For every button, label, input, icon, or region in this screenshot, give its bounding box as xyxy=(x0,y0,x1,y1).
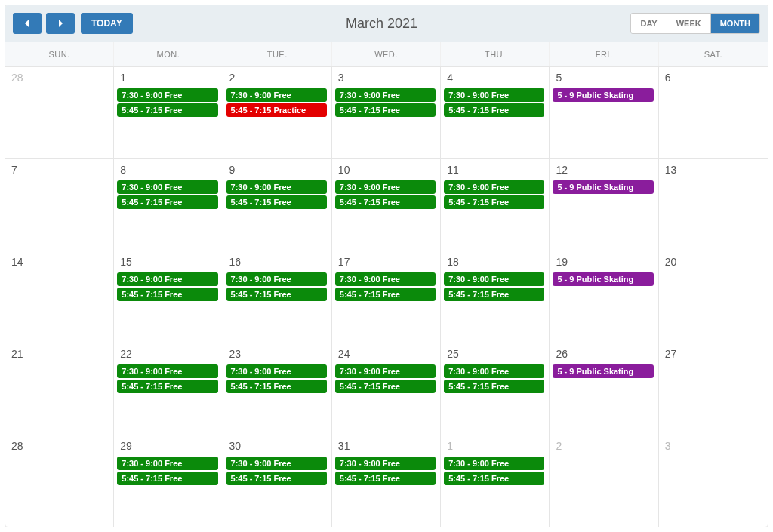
calendar-cell[interactable]: 307:30 - 9:00 Free5:45 - 7:15 Free xyxy=(223,435,332,527)
calendar-cell[interactable]: 7 xyxy=(5,158,114,251)
calendar-cell[interactable]: 117:30 - 9:00 Free5:45 - 7:15 Free xyxy=(441,158,550,251)
calendar-cell[interactable]: 247:30 - 9:00 Free5:45 - 7:15 Free xyxy=(332,343,441,435)
calendar-cell[interactable]: 13 xyxy=(659,158,768,251)
calendar-cell[interactable]: 17:30 - 9:00 Free5:45 - 7:15 Free xyxy=(114,66,223,158)
day-number: 1 xyxy=(115,70,220,87)
view-month-button[interactable]: MONTH xyxy=(711,14,759,33)
calendar-event[interactable]: 5:45 - 7:15 Free xyxy=(226,472,327,485)
calendar-event[interactable]: 7:30 - 9:00 Free xyxy=(335,180,436,194)
day-number: 27 xyxy=(661,346,766,363)
day-number: 28 xyxy=(7,70,112,87)
calendar-cell[interactable]: 14 xyxy=(5,251,114,343)
calendar-cell[interactable]: 317:30 - 9:00 Free5:45 - 7:15 Free xyxy=(332,435,441,527)
calendar-cell[interactable]: 157:30 - 9:00 Free5:45 - 7:15 Free xyxy=(114,251,223,343)
calendar-event[interactable]: 5:45 - 7:15 Free xyxy=(444,380,544,393)
calendar-event[interactable]: 5:45 - 7:15 Free xyxy=(226,288,327,301)
calendar-event[interactable]: 5:45 - 7:15 Free xyxy=(117,380,217,393)
calendar-event[interactable]: 7:30 - 9:00 Free xyxy=(117,88,217,102)
day-number: 3 xyxy=(334,70,439,87)
calendar-event[interactable]: 7:30 - 9:00 Free xyxy=(226,364,327,378)
day-number: 5 xyxy=(551,70,656,87)
calendar-event[interactable]: 5:45 - 7:15 Free xyxy=(444,472,544,485)
calendar-cell[interactable]: 27:30 - 9:00 Free5:45 - 7:15 Practice xyxy=(223,66,332,158)
day-number: 31 xyxy=(334,438,439,455)
next-button[interactable] xyxy=(46,13,75,34)
prev-button[interactable] xyxy=(13,13,42,34)
calendar-event[interactable]: 7:30 - 9:00 Free xyxy=(335,364,436,378)
calendar-event[interactable]: 5:45 - 7:15 Free xyxy=(444,288,544,301)
calendar-cell[interactable]: 265 - 9 Public Skating xyxy=(550,343,658,435)
calendar-cell[interactable]: 6 xyxy=(659,66,768,158)
calendar-event[interactable]: 7:30 - 9:00 Free xyxy=(444,457,544,470)
day-number: 21 xyxy=(7,346,112,363)
calendar-cell[interactable]: 107:30 - 9:00 Free5:45 - 7:15 Free xyxy=(332,158,441,251)
calendar-cell[interactable]: 27 xyxy=(659,343,768,435)
calendar-cell[interactable]: 55 - 9 Public Skating xyxy=(550,66,658,158)
calendar-cell[interactable]: 47:30 - 9:00 Free5:45 - 7:15 Free xyxy=(441,66,550,158)
calendar-event[interactable]: 7:30 - 9:00 Free xyxy=(226,457,327,470)
calendar-event[interactable]: 5:45 - 7:15 Free xyxy=(335,103,436,117)
calendar-cell[interactable]: 3 xyxy=(659,435,768,527)
day-number: 24 xyxy=(334,346,439,363)
calendar-event[interactable]: 7:30 - 9:00 Free xyxy=(226,88,327,102)
calendar-event[interactable]: 7:30 - 9:00 Free xyxy=(444,180,544,194)
today-button[interactable]: TODAY xyxy=(81,13,133,34)
calendar-event[interactable]: 5:45 - 7:15 Free xyxy=(117,472,217,485)
view-day-button[interactable]: DAY xyxy=(631,14,667,33)
calendar-cell[interactable]: 21 xyxy=(5,343,114,435)
calendar-event[interactable]: 5:45 - 7:15 Free xyxy=(335,288,436,301)
calendar-event[interactable]: 5:45 - 7:15 Free xyxy=(444,195,544,209)
calendar-grid: 2817:30 - 9:00 Free5:45 - 7:15 Free27:30… xyxy=(5,66,768,527)
calendar-cell[interactable]: 37:30 - 9:00 Free5:45 - 7:15 Free xyxy=(332,66,441,158)
calendar-event[interactable]: 5:45 - 7:15 Free xyxy=(444,103,544,117)
calendar-event[interactable]: 7:30 - 9:00 Free xyxy=(117,364,217,378)
calendar-cell[interactable]: 227:30 - 9:00 Free5:45 - 7:15 Free xyxy=(114,343,223,435)
calendar-event[interactable]: 7:30 - 9:00 Free xyxy=(117,457,217,470)
day-number: 12 xyxy=(551,162,656,179)
calendar-event[interactable]: 5:45 - 7:15 Free xyxy=(335,195,436,209)
calendar-event[interactable]: 5:45 - 7:15 Practice xyxy=(226,103,327,117)
day-number: 2 xyxy=(225,70,330,87)
calendar-event[interactable]: 5:45 - 7:15 Free xyxy=(226,380,327,393)
calendar-event[interactable]: 7:30 - 9:00 Free xyxy=(335,457,436,470)
calendar-event[interactable]: 7:30 - 9:00 Free xyxy=(117,180,217,194)
calendar-cell[interactable]: 125 - 9 Public Skating xyxy=(550,158,658,251)
calendar-cell[interactable]: 20 xyxy=(659,251,768,343)
calendar-event[interactable]: 5 - 9 Public Skating xyxy=(553,88,653,102)
calendar-event[interactable]: 5:45 - 7:15 Free xyxy=(226,195,327,209)
calendar-event[interactable]: 5:45 - 7:15 Free xyxy=(117,103,217,117)
calendar-event[interactable]: 7:30 - 9:00 Free xyxy=(335,88,436,102)
calendar-cell[interactable]: 257:30 - 9:00 Free5:45 - 7:15 Free xyxy=(441,343,550,435)
calendar-title: March 2021 xyxy=(139,16,625,32)
calendar-event[interactable]: 7:30 - 9:00 Free xyxy=(444,88,544,102)
calendar-cell[interactable]: 195 - 9 Public Skating xyxy=(550,251,658,343)
calendar-cell[interactable]: 28 xyxy=(5,435,114,527)
calendar-event[interactable]: 5:45 - 7:15 Free xyxy=(335,472,436,485)
calendar-event[interactable]: 5:45 - 7:15 Free xyxy=(117,288,217,301)
calendar-cell[interactable]: 177:30 - 9:00 Free5:45 - 7:15 Free xyxy=(332,251,441,343)
calendar-cell[interactable]: 87:30 - 9:00 Free5:45 - 7:15 Free xyxy=(114,158,223,251)
calendar-cell[interactable]: 28 xyxy=(5,66,114,158)
day-number: 16 xyxy=(225,254,330,271)
calendar-cell[interactable]: 297:30 - 9:00 Free5:45 - 7:15 Free xyxy=(114,435,223,527)
calendar-cell[interactable]: 97:30 - 9:00 Free5:45 - 7:15 Free xyxy=(223,158,332,251)
calendar-event[interactable]: 7:30 - 9:00 Free xyxy=(226,272,327,286)
calendar-event[interactable]: 7:30 - 9:00 Free xyxy=(335,272,436,286)
calendar-event[interactable]: 5 - 9 Public Skating xyxy=(553,180,653,194)
calendar-cell[interactable]: 2 xyxy=(550,435,658,527)
day-number: 8 xyxy=(115,162,220,179)
calendar-cell[interactable]: 17:30 - 9:00 Free5:45 - 7:15 Free xyxy=(441,435,550,527)
calendar-cell[interactable]: 187:30 - 9:00 Free5:45 - 7:15 Free xyxy=(441,251,550,343)
calendar-event[interactable]: 7:30 - 9:00 Free xyxy=(444,364,544,378)
calendar-event[interactable]: 5 - 9 Public Skating xyxy=(553,364,653,378)
calendar-event[interactable]: 7:30 - 9:00 Free xyxy=(226,180,327,194)
calendar-event[interactable]: 7:30 - 9:00 Free xyxy=(117,272,217,286)
calendar-cell[interactable]: 167:30 - 9:00 Free5:45 - 7:15 Free xyxy=(223,251,332,343)
calendar-event[interactable]: 5 - 9 Public Skating xyxy=(553,272,653,286)
view-week-button[interactable]: WEEK xyxy=(667,14,711,33)
calendar-event[interactable]: 5:45 - 7:15 Free xyxy=(335,380,436,393)
calendar-event[interactable]: 7:30 - 9:00 Free xyxy=(444,272,544,286)
calendar-cell[interactable]: 237:30 - 9:00 Free5:45 - 7:15 Free xyxy=(223,343,332,435)
chevron-right-icon xyxy=(57,20,64,27)
calendar-event[interactable]: 5:45 - 7:15 Free xyxy=(117,195,217,209)
